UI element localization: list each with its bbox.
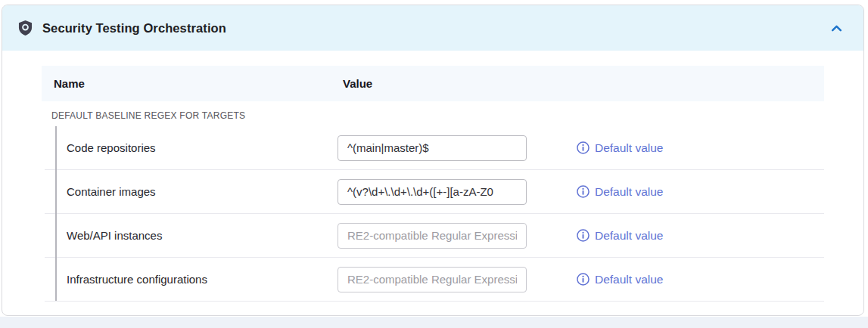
regex-value-input[interactable] [338, 135, 527, 161]
column-header-value: Value [331, 77, 824, 90]
page-background-strip [0, 317, 868, 328]
info-icon[interactable] [577, 185, 590, 198]
default-value-label: Default value [595, 185, 663, 199]
shield-icon [18, 20, 33, 36]
table-row: Code repositories Default value [45, 126, 824, 170]
section-content: Name Value DEFAULT BASELINE REGEX FOR TA… [2, 51, 863, 302]
row-value-cell: Default value [338, 223, 824, 249]
row-name-cell: Infrastructure configurations [45, 273, 338, 286]
section-title: Security Testing Orchestration [42, 21, 226, 36]
section-label-row: DEFAULT BASELINE REGEX FOR TARGETS [42, 101, 824, 126]
default-value-link[interactable]: Default value [577, 273, 663, 286]
info-icon[interactable] [577, 229, 590, 242]
regex-value-input[interactable] [338, 267, 527, 292]
row-value-cell: Default value [338, 179, 824, 205]
row-name-cell: Code repositories [45, 141, 338, 155]
column-header-name: Name [42, 77, 331, 90]
row-name-cell: Web/API instances [45, 229, 338, 243]
section-header[interactable]: Security Testing Orchestration [2, 5, 863, 51]
table-header-row: Name Value [42, 66, 824, 101]
group-indent-line [55, 126, 57, 301]
info-icon[interactable] [577, 273, 590, 286]
regex-value-input[interactable] [338, 179, 527, 205]
row-label: Web/API instances [67, 229, 162, 242]
default-value-link[interactable]: Default value [577, 185, 663, 199]
default-value-label: Default value [595, 273, 663, 286]
row-value-cell: Default value [338, 267, 824, 292]
table-row: Web/API instances Default value [45, 214, 824, 258]
regex-value-input[interactable] [338, 223, 527, 249]
table-row: Container images Default value [45, 170, 824, 214]
rows-group: Code repositories Default value [45, 126, 824, 302]
page: Security Testing Orchestration Name Valu… [0, 0, 868, 328]
settings-card: Security Testing Orchestration Name Valu… [2, 5, 864, 316]
row-name-cell: Container images [45, 185, 338, 199]
collapse-button[interactable] [829, 20, 845, 36]
section-label: DEFAULT BASELINE REGEX FOR TARGETS [51, 110, 245, 121]
row-label: Code repositories [67, 141, 156, 154]
default-value-label: Default value [595, 141, 663, 155]
table-row: Infrastructure configurations Default va… [45, 258, 824, 302]
info-icon[interactable] [577, 141, 590, 154]
chevron-up-icon [830, 22, 843, 35]
row-value-cell: Default value [338, 135, 824, 161]
default-value-link[interactable]: Default value [577, 229, 663, 243]
row-label: Infrastructure configurations [67, 273, 207, 286]
default-value-link[interactable]: Default value [577, 141, 663, 155]
default-value-label: Default value [595, 229, 663, 243]
row-label: Container images [67, 185, 156, 198]
